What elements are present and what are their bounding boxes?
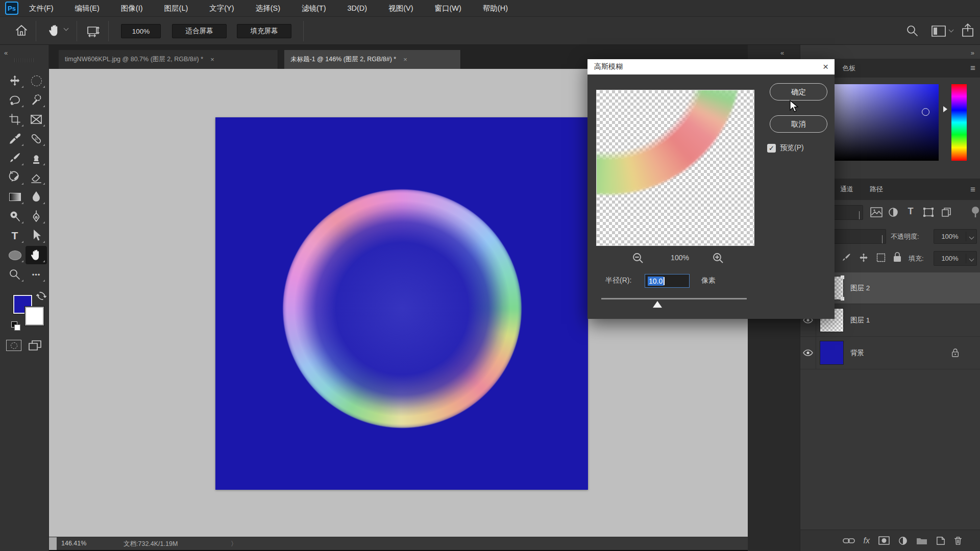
radius-input[interactable]: 10.0 (645, 274, 690, 288)
layer-row-background[interactable]: 背景 (800, 337, 980, 369)
color-field-marker[interactable] (922, 108, 929, 116)
tool-path-select[interactable] (26, 227, 47, 245)
tool-type[interactable]: T (4, 227, 26, 245)
blur-preview[interactable] (596, 90, 754, 246)
home-icon[interactable] (14, 23, 29, 38)
tool-move[interactable] (4, 71, 26, 90)
fit-screen-button[interactable]: 适合屏幕 (172, 24, 227, 38)
filter-type-layers-icon[interactable]: T (905, 206, 916, 217)
tool-healing-brush[interactable] (26, 130, 47, 148)
status-zoom-level[interactable]: 146.41% (61, 540, 86, 547)
ok-button[interactable]: 确定 (770, 83, 827, 101)
dialog-title-bar[interactable]: 高斯模糊 × (587, 59, 835, 74)
tool-quick-select[interactable] (26, 91, 47, 109)
tool-hand[interactable] (26, 246, 47, 264)
tool-eyedropper[interactable] (4, 130, 26, 148)
preview-zoom-out-icon[interactable] (632, 252, 644, 264)
tab-channels[interactable]: 通道 (833, 179, 861, 200)
hue-strip[interactable] (951, 84, 967, 161)
lock-all-icon[interactable] (893, 252, 902, 263)
opacity-value-box[interactable]: 100% (934, 229, 977, 244)
fill-screen-button[interactable]: 填充屏幕 (237, 24, 291, 38)
layer-mask-icon[interactable] (878, 536, 890, 545)
tool-clone-stamp[interactable] (26, 149, 47, 167)
canvas-document[interactable] (215, 117, 588, 490)
filter-adjustment-layers-icon[interactable] (888, 207, 898, 217)
document-tab-1[interactable]: timgNW606KPL.jpg @ 80.7% (图层 2, RGB/8#) … (59, 50, 278, 69)
preview-checkbox[interactable]: ✓ (767, 144, 776, 153)
background-color-swatch[interactable] (25, 307, 44, 325)
tool-zoom[interactable] (4, 265, 26, 284)
zoom-100-button[interactable]: 100% (121, 24, 161, 38)
tool-blur[interactable] (26, 188, 47, 206)
menu-3d[interactable]: 3D(D) (336, 0, 378, 16)
filter-pixel-layers-icon[interactable] (870, 207, 883, 217)
quick-mask-button[interactable] (6, 340, 21, 351)
dialog-close-icon[interactable]: × (823, 59, 828, 74)
status-doc-info[interactable]: 文档:732.4K/1.19M (124, 540, 178, 548)
document-tab-2-active[interactable]: 未标题-1 @ 146% (图层 2, RGB/8#) * × (284, 50, 461, 69)
tab-swatches[interactable]: 色板 (835, 59, 863, 78)
delete-layer-icon[interactable] (954, 536, 962, 545)
layer2-name[interactable]: 图层 2 (850, 272, 870, 304)
expand-dock-icon[interactable]: » (971, 49, 974, 57)
menu-image[interactable]: 图像(I) (110, 0, 154, 16)
scrub-zoom-icon[interactable] (85, 23, 101, 39)
layer1-name[interactable]: 图层 1 (850, 304, 870, 336)
fill-value-box[interactable]: 100% (934, 251, 977, 266)
background-visibility-toggle[interactable] (800, 337, 816, 369)
hand-options-chevron-icon[interactable] (64, 28, 68, 30)
tool-pen[interactable] (26, 207, 47, 226)
tool-crop[interactable] (4, 110, 26, 129)
layers-panel-menu-icon[interactable]: ≡ (970, 185, 975, 195)
swap-colors-icon[interactable] (36, 291, 47, 301)
filter-pin-toggle-icon[interactable] (970, 206, 980, 218)
menu-file[interactable]: 文件(F) (18, 0, 64, 16)
tool-more[interactable]: ••• (26, 265, 47, 284)
menu-select[interactable]: 选择(S) (245, 0, 291, 16)
adjustment-layer-icon[interactable] (898, 536, 908, 545)
radius-slider-thumb[interactable] (653, 301, 662, 308)
hand-tool-option-icon[interactable] (47, 23, 62, 38)
tab-1-close-icon[interactable]: × (210, 56, 214, 63)
tool-gradient[interactable] (4, 188, 26, 206)
tool-brush[interactable] (4, 149, 26, 167)
tool-dodge[interactable] (4, 207, 26, 226)
tab-paths[interactable]: 路径 (863, 179, 890, 200)
collapse-dock-icon[interactable]: « (780, 49, 783, 57)
background-thumbnail[interactable] (820, 341, 844, 365)
new-group-icon[interactable] (916, 536, 927, 545)
cancel-button[interactable]: 取消 (770, 115, 827, 133)
link-layers-icon[interactable] (843, 537, 855, 544)
color-panel-menu-icon[interactable]: ≡ (970, 63, 975, 73)
tool-frame[interactable] (26, 110, 47, 129)
preview-zoom-in-icon[interactable] (712, 252, 724, 264)
menu-layer[interactable]: 图层(L) (154, 0, 199, 16)
status-expand-icon[interactable]: 〉 (231, 540, 237, 548)
menu-window[interactable]: 窗口(W) (424, 0, 472, 16)
lock-position-icon[interactable] (859, 253, 869, 263)
menu-filter[interactable]: 滤镜(T) (291, 0, 337, 16)
lock-transparent-icon[interactable] (841, 253, 851, 263)
tool-lasso[interactable] (4, 91, 26, 109)
lock-frame-icon[interactable] (876, 253, 886, 263)
tool-history-brush[interactable] (4, 168, 26, 187)
menu-help[interactable]: 帮助(H) (472, 0, 519, 16)
search-icon[interactable] (905, 24, 919, 37)
new-layer-icon[interactable] (936, 536, 945, 545)
workspace-icon[interactable] (931, 25, 946, 37)
filter-shape-layers-icon[interactable] (923, 207, 934, 217)
collapse-tools-icon[interactable]: « (4, 49, 7, 57)
workspace-chevron-icon[interactable] (949, 30, 953, 32)
background-name[interactable]: 背景 (850, 337, 864, 369)
filter-smart-objects-icon[interactable] (941, 207, 951, 217)
menu-view[interactable]: 视图(V) (378, 0, 424, 16)
layer-effects-icon[interactable]: fx (864, 536, 870, 545)
screen-mode-button[interactable] (28, 339, 43, 353)
menu-type[interactable]: 文字(Y) (199, 0, 244, 16)
tool-eraser[interactable] (26, 168, 47, 187)
tools-grip[interactable] (14, 58, 34, 62)
tab-2-close-icon[interactable]: × (403, 56, 407, 63)
menu-edit[interactable]: 编辑(E) (64, 0, 110, 16)
radius-slider-track[interactable] (601, 298, 747, 299)
